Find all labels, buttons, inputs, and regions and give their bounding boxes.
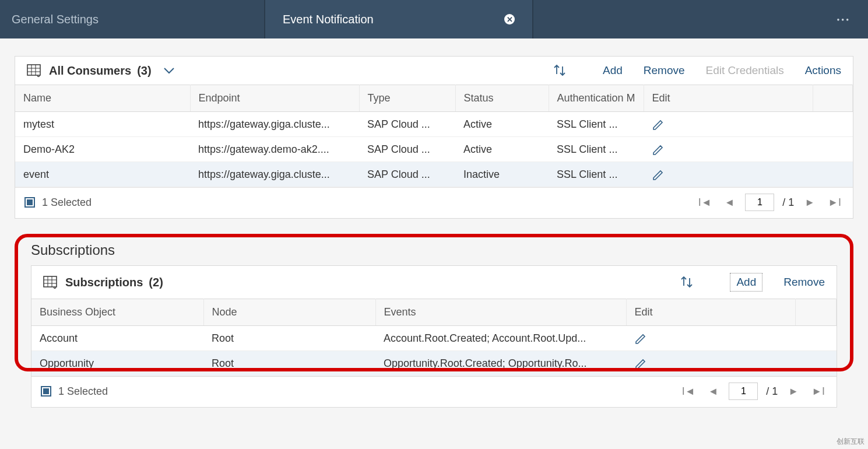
remove-button[interactable]: Remove bbox=[783, 276, 825, 289]
tab-general-settings[interactable]: General Settings bbox=[0, 0, 265, 38]
edit-icon[interactable] bbox=[652, 168, 804, 181]
subscriptions-panel: Subscriptions (2) Add Remove Business Ob… bbox=[31, 265, 837, 377]
chevron-down-icon[interactable] bbox=[163, 67, 175, 74]
table-icon bbox=[27, 64, 41, 77]
cell-endpoint: https://gateway.giga.cluste... bbox=[190, 162, 359, 187]
last-page-icon[interactable]: ►I bbox=[809, 385, 827, 398]
col-edit[interactable]: Edit bbox=[644, 85, 813, 112]
tab-overflow: ●●● bbox=[533, 0, 868, 38]
table-icon bbox=[43, 276, 57, 289]
cell-auth: SSL Client ... bbox=[549, 137, 644, 162]
prev-page-icon[interactable]: ◄ bbox=[706, 385, 721, 398]
close-icon[interactable]: ✕ bbox=[504, 14, 515, 24]
more-icon[interactable]: ●●● bbox=[837, 17, 851, 22]
edit-credentials-button[interactable]: Edit Credentials bbox=[706, 64, 784, 77]
cell-status: Inactive bbox=[455, 162, 549, 187]
col-status[interactable]: Status bbox=[455, 85, 549, 112]
cell-endpoint: https://gateway.giga.cluste... bbox=[190, 112, 359, 137]
edit-icon[interactable] bbox=[634, 332, 787, 345]
top-tabs: General Settings Event Notification ✕ ●●… bbox=[0, 0, 868, 38]
subscriptions-count: (2) bbox=[149, 276, 163, 289]
cell-bo: Opportunity bbox=[31, 351, 203, 376]
page-total: / 1 bbox=[782, 197, 794, 209]
consumers-footer: 1 Selected I◄ ◄ / 1 ► ►I bbox=[15, 187, 853, 218]
sort-icon[interactable] bbox=[680, 275, 694, 289]
add-button[interactable]: Add bbox=[730, 273, 762, 292]
select-checkbox[interactable] bbox=[24, 197, 35, 208]
cell-type: SAP Cloud ... bbox=[359, 112, 455, 137]
last-page-icon[interactable]: ►I bbox=[825, 197, 844, 209]
cell-endpoint: https://gateway.demo-ak2.... bbox=[190, 137, 359, 162]
tab-label: Event Notification bbox=[283, 13, 374, 26]
watermark: 创新互联 bbox=[837, 437, 865, 447]
add-button[interactable]: Add bbox=[603, 64, 623, 77]
col-name[interactable]: Name bbox=[15, 85, 190, 112]
edit-icon[interactable] bbox=[652, 118, 804, 131]
cell-events: Opportunity.Root.Created; Opportunity.Ro… bbox=[375, 351, 626, 376]
edit-icon[interactable] bbox=[652, 143, 804, 156]
subscriptions-toolbar: Subscriptions (2) Add Remove bbox=[31, 266, 837, 299]
cell-node: Root bbox=[203, 351, 375, 376]
cell-node: Root bbox=[203, 326, 375, 351]
cell-status: Active bbox=[455, 137, 549, 162]
col-endpoint[interactable]: Endpoint bbox=[190, 85, 359, 112]
table-row[interactable]: Opportunity Root Opportunity.Root.Create… bbox=[31, 351, 837, 376]
selected-count: 1 Selected bbox=[58, 385, 108, 398]
cell-status: Active bbox=[455, 112, 549, 137]
col-blank bbox=[795, 299, 837, 326]
select-checkbox[interactable] bbox=[41, 386, 51, 397]
consumers-title: All Consumers bbox=[49, 64, 131, 78]
subscriptions-title: Subscriptions bbox=[65, 276, 143, 289]
col-edit[interactable]: Edit bbox=[626, 299, 795, 326]
first-page-icon[interactable]: I◄ bbox=[696, 197, 714, 209]
col-blank bbox=[813, 85, 852, 112]
subscriptions-table: Business Object Node Events Edit Account… bbox=[31, 299, 837, 376]
page-input[interactable] bbox=[745, 194, 774, 211]
consumers-toolbar: All Consumers (3) Add Remove Edit Creden… bbox=[15, 57, 853, 85]
remove-button[interactable]: Remove bbox=[644, 64, 685, 77]
edit-icon[interactable] bbox=[634, 357, 787, 370]
table-row[interactable]: Demo-AK2 https://gateway.demo-ak2.... SA… bbox=[15, 137, 853, 162]
tab-event-notification[interactable]: Event Notification ✕ bbox=[265, 0, 533, 38]
page-input[interactable] bbox=[729, 383, 758, 400]
sort-icon[interactable] bbox=[553, 64, 567, 78]
first-page-icon[interactable]: I◄ bbox=[680, 385, 698, 398]
cell-type: SAP Cloud ... bbox=[359, 162, 455, 187]
next-page-icon[interactable]: ► bbox=[802, 197, 817, 209]
subscriptions-section: Subscriptions Subscriptions (2) Add Remo… bbox=[15, 242, 853, 408]
page-total: / 1 bbox=[766, 385, 778, 398]
col-type[interactable]: Type bbox=[359, 85, 455, 112]
subscriptions-heading: Subscriptions bbox=[15, 242, 853, 265]
svg-rect-5 bbox=[44, 276, 57, 287]
cell-bo: Account bbox=[31, 326, 203, 351]
cell-name: event bbox=[15, 162, 190, 187]
svg-rect-0 bbox=[27, 65, 40, 75]
col-node[interactable]: Node bbox=[203, 299, 375, 326]
consumers-count: (3) bbox=[137, 64, 151, 78]
cell-auth: SSL Client ... bbox=[549, 162, 644, 187]
prev-page-icon[interactable]: ◄ bbox=[722, 197, 737, 209]
col-auth[interactable]: Authentication M bbox=[549, 85, 644, 112]
tab-label: General Settings bbox=[12, 13, 99, 26]
actions-button[interactable]: Actions bbox=[805, 64, 841, 77]
consumers-table: Name Endpoint Type Status Authentication… bbox=[15, 85, 853, 187]
cell-events: Account.Root.Created; Account.Root.Upd..… bbox=[375, 326, 626, 351]
pager: I◄ ◄ / 1 ► ►I bbox=[696, 194, 844, 211]
table-row[interactable]: event https://gateway.giga.cluste... SAP… bbox=[15, 162, 853, 187]
subscriptions-footer: 1 Selected I◄ ◄ / 1 ► ►I bbox=[31, 377, 837, 408]
col-events[interactable]: Events bbox=[375, 299, 626, 326]
table-row[interactable]: Account Root Account.Root.Created; Accou… bbox=[31, 326, 837, 351]
col-business-object[interactable]: Business Object bbox=[31, 299, 203, 326]
cell-type: SAP Cloud ... bbox=[359, 137, 455, 162]
consumers-panel: All Consumers (3) Add Remove Edit Creden… bbox=[15, 56, 853, 219]
selected-count: 1 Selected bbox=[42, 197, 92, 209]
table-row[interactable]: mytest https://gateway.giga.cluste... SA… bbox=[15, 112, 853, 137]
cell-name: mytest bbox=[15, 112, 190, 137]
next-page-icon[interactable]: ► bbox=[786, 385, 801, 398]
pager: I◄ ◄ / 1 ► ►I bbox=[680, 383, 827, 400]
cell-auth: SSL Client ... bbox=[549, 112, 644, 137]
cell-name: Demo-AK2 bbox=[15, 137, 190, 162]
